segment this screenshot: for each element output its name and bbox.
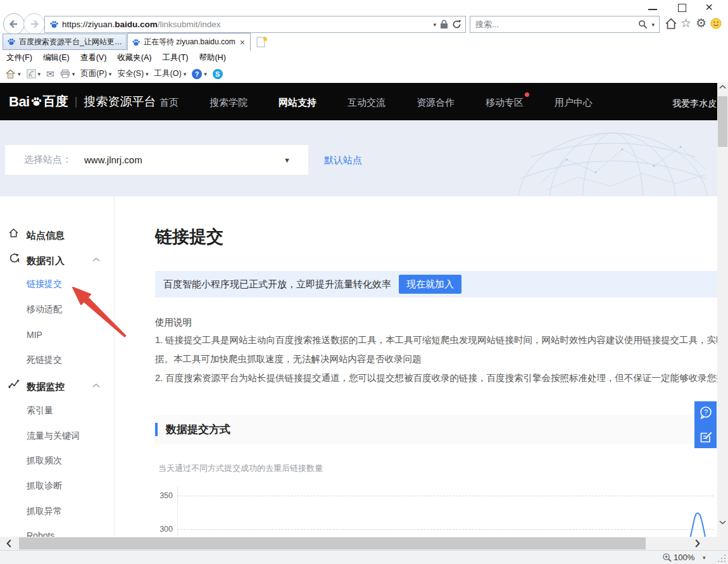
resize-grip[interactable] bbox=[718, 555, 719, 556]
nav-resource-coop[interactable]: 资源合作 bbox=[417, 97, 455, 109]
caret-down-icon: ▾ bbox=[38, 71, 41, 77]
back-button[interactable] bbox=[3, 13, 25, 35]
sidebar-item-index-volume[interactable]: 索引量 bbox=[27, 405, 53, 417]
site-select-label: 选择站点： bbox=[24, 154, 72, 166]
nav-search-academy[interactable]: 搜索学院 bbox=[210, 97, 248, 109]
menu-edit[interactable]: 编辑(E) bbox=[43, 53, 70, 63]
address-bar[interactable]: https://ziyuan.baidu.com/linksubmit/inde… bbox=[44, 16, 466, 33]
skype-icon: S bbox=[213, 69, 223, 79]
chevron-up-icon[interactable] bbox=[92, 384, 100, 388]
menu-file[interactable]: 文件(F) bbox=[6, 53, 32, 63]
command-bar: ▾ ▾ ✉ ▾ 页面(P) ▾ 安全(S) ▾ 工具(O) ▾ ? ▾ bbox=[0, 65, 728, 82]
menu-tools[interactable]: 工具(T) bbox=[162, 53, 188, 63]
scroll-up-icon[interactable] bbox=[719, 85, 726, 89]
zoom-magnifier-icon bbox=[662, 553, 672, 563]
help-menu-button[interactable]: ? ▾ bbox=[192, 69, 207, 79]
nav-mobile-zone[interactable]: 移动专区 bbox=[486, 97, 524, 109]
maximize-button[interactable] bbox=[678, 4, 686, 12]
tab-close-icon[interactable]: × bbox=[240, 37, 245, 47]
username[interactable]: 我爱李水皮 bbox=[672, 98, 717, 110]
url-text: https://ziyuan.baidu.com/linksubmit/inde… bbox=[62, 20, 221, 29]
read-mail-button[interactable]: ✉ bbox=[46, 68, 54, 80]
zoom-dropdown-icon[interactable]: ▾ bbox=[703, 555, 706, 561]
search-dropdown-icon[interactable]: ▾ bbox=[651, 22, 655, 28]
feeds-button[interactable]: ▾ bbox=[27, 69, 41, 78]
horizontal-scrollbar[interactable] bbox=[0, 537, 717, 550]
scroll-down-icon[interactable] bbox=[719, 520, 726, 525]
sidebar-item-site-info[interactable]: 站点信息 bbox=[27, 230, 65, 242]
join-now-button[interactable]: 现在就加入 bbox=[399, 275, 461, 294]
nav-user-center[interactable]: 用户中心 bbox=[555, 97, 593, 109]
logo-du-text: 百度 bbox=[43, 93, 68, 110]
sidebar-item-mip[interactable]: MIP bbox=[27, 330, 42, 340]
baidu-favicon bbox=[7, 37, 16, 46]
caret-down-icon: ▾ bbox=[72, 71, 75, 77]
site-select-box[interactable]: 选择站点： www.jlnrj.com ▼ bbox=[5, 145, 308, 175]
sidebar-item-data-import[interactable]: 数据引入 bbox=[27, 255, 65, 267]
search-icon[interactable] bbox=[638, 20, 648, 29]
close-button[interactable]: × bbox=[705, 0, 713, 15]
usage-line-3: 2. 百度搜索资源平台为站长提供链接提交通道，您可以提交想被百度收录的链接，百度… bbox=[155, 372, 717, 384]
horizontal-scroll-thumb[interactable] bbox=[19, 537, 646, 549]
forward-button[interactable] bbox=[23, 13, 45, 35]
skype-button[interactable]: S bbox=[213, 69, 223, 79]
new-tab-button[interactable] bbox=[254, 35, 269, 48]
back-icon bbox=[4, 14, 24, 34]
sidebar-item-crawl-diagnosis[interactable]: 抓取诊断 bbox=[27, 480, 62, 492]
chart-subtitle: 当天通过不同方式提交成功的去重后链接数量 bbox=[158, 463, 323, 474]
section-accent-bar bbox=[155, 423, 158, 436]
menu-view[interactable]: 查看(V) bbox=[80, 53, 107, 63]
search-box[interactable]: ▾ bbox=[470, 16, 660, 33]
scrollbar-corner bbox=[717, 537, 728, 550]
data-submit-section-header: 数据提交方式 bbox=[154, 415, 717, 444]
sidebar-item-crawl-exception[interactable]: 抓取异常 bbox=[27, 506, 62, 517]
baidu-paw-icon bbox=[30, 96, 42, 108]
refresh-icon[interactable] bbox=[452, 20, 461, 29]
chevron-up-icon[interactable] bbox=[92, 258, 100, 262]
sidebar-item-dead-link[interactable]: 死链提交 bbox=[27, 354, 62, 366]
default-site-link[interactable]: 默认站点 bbox=[324, 154, 362, 166]
site-selector-band: 选择站点： www.jlnrj.com ▼ 默认站点 bbox=[0, 120, 717, 196]
baidu-logo[interactable]: Bai 百度 | 搜索资源平台 bbox=[9, 93, 156, 110]
menu-bar: 文件(F) 编辑(E) 查看(V) 收藏夹(A) 工具(T) 帮助(H) bbox=[0, 51, 728, 65]
nav-interaction[interactable]: 互动交流 bbox=[348, 97, 386, 109]
scroll-right-icon[interactable] bbox=[695, 539, 700, 548]
gear-icon[interactable]: ⚙ bbox=[696, 16, 706, 30]
tab-title: 正在等待 ziyuan.baidu.com bbox=[144, 37, 235, 47]
lock-icon bbox=[440, 20, 448, 29]
printer-icon bbox=[60, 69, 70, 78]
menu-help[interactable]: 帮助(H) bbox=[199, 53, 225, 63]
print-button[interactable]: ▾ bbox=[60, 69, 75, 78]
search-input[interactable] bbox=[475, 20, 638, 29]
vertical-scroll-thumb[interactable] bbox=[718, 96, 727, 147]
minimize-button[interactable] bbox=[648, 9, 657, 10]
chart-icon bbox=[8, 379, 20, 389]
usage-line-2: 据。本工具可加快爬虫抓取速度，无法解决网站内容是否收录问题 bbox=[155, 353, 717, 365]
vertical-scrollbar[interactable] bbox=[717, 82, 728, 537]
sidebar-item-data-monitor[interactable]: 数据监控 bbox=[27, 381, 65, 393]
data-import-icon bbox=[8, 253, 20, 264]
forward-icon bbox=[24, 14, 44, 34]
help-bubble-icon[interactable]: ? bbox=[699, 406, 713, 421]
page-menu-button[interactable]: 页面(P) ▾ bbox=[80, 68, 111, 79]
address-dropdown-icon[interactable]: ▾ bbox=[433, 22, 436, 28]
sidebar-item-traffic-keywords[interactable]: 流量与关键词 bbox=[27, 430, 80, 442]
site-select-value: www.jlnrj.com bbox=[84, 154, 142, 165]
tab-waiting-ziyuan[interactable]: 正在等待 ziyuan.baidu.com × bbox=[127, 33, 251, 51]
home-page-button[interactable]: ▾ bbox=[5, 69, 21, 79]
nav-site-support[interactable]: 网站支持 bbox=[279, 97, 317, 109]
menu-favorites[interactable]: 收藏夹(A) bbox=[117, 53, 151, 63]
tools-menu-button[interactable]: 工具(O) ▾ bbox=[154, 68, 187, 79]
sidebar-item-crawl-frequency[interactable]: 抓取频次 bbox=[27, 455, 62, 467]
home-icon[interactable] bbox=[665, 18, 677, 30]
favorites-star-icon[interactable]: ☆ bbox=[681, 16, 691, 30]
scroll-left-icon[interactable] bbox=[6, 539, 11, 548]
smiley-feedback-icon[interactable] bbox=[710, 18, 722, 29]
tab-resource-platform[interactable]: 百度搜索资源平台_让网站更具... bbox=[3, 34, 127, 50]
zoom-level[interactable]: 100% bbox=[674, 553, 694, 562]
safety-menu-button[interactable]: 安全(S) ▾ bbox=[117, 68, 148, 79]
nav-home[interactable]: 首页 bbox=[160, 97, 179, 109]
feedback-compose-icon[interactable] bbox=[699, 430, 713, 444]
site-select-caret-icon: ▼ bbox=[284, 156, 291, 164]
section-title: 数据提交方式 bbox=[166, 422, 230, 437]
